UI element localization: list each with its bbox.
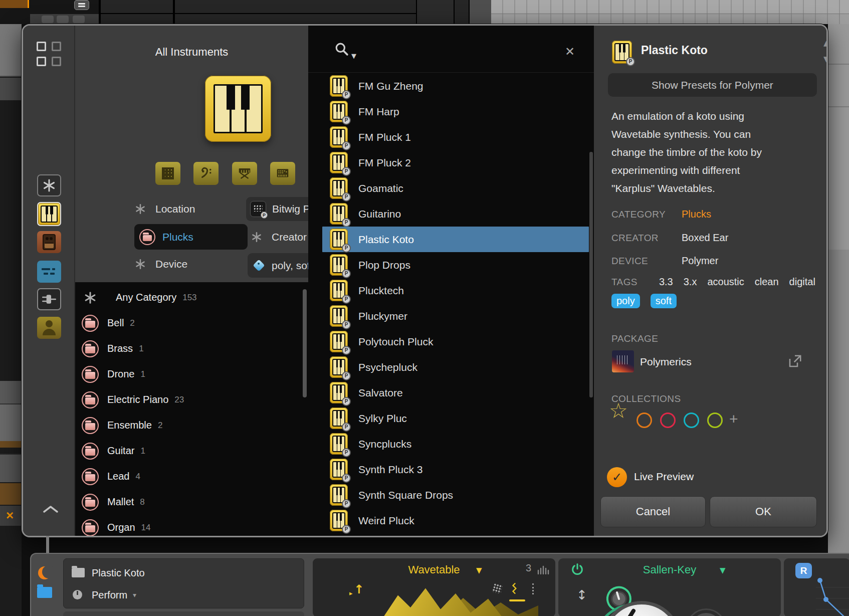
meta-device-value[interactable]: Polymer: [682, 255, 718, 267]
filter-location[interactable]: Location: [134, 197, 195, 221]
rail-tab-instruments[interactable]: [37, 202, 61, 226]
grid-view-icon[interactable]: [37, 42, 65, 69]
show-presets-button[interactable]: Show Presets for Polymer: [608, 73, 817, 97]
preset-row[interactable]: P Salvatore: [322, 380, 589, 405]
add-collection-icon[interactable]: +: [729, 410, 738, 428]
preset-row[interactable]: P Polytouch Pluck: [322, 329, 589, 354]
envelope-curve[interactable]: [816, 577, 849, 616]
tag[interactable]: digital: [789, 276, 815, 288]
meta-category-value[interactable]: Plucks: [682, 209, 711, 220]
category-any[interactable]: Any Category 153: [75, 285, 308, 310]
type-filter-bass[interactable]: [193, 162, 219, 185]
meta-creator-value[interactable]: Boxed Ear: [682, 232, 728, 244]
category-count: 8: [140, 497, 144, 507]
asterisk-icon: [84, 291, 97, 304]
preset-row[interactable]: P Plop Drops: [322, 252, 589, 278]
close-track-icon[interactable]: ×: [0, 506, 22, 526]
rail-tab-clips[interactable]: [37, 261, 61, 283]
device-preset-name[interactable]: Plastic Koto: [92, 567, 145, 579]
clear-search-icon[interactable]: ✕: [565, 46, 575, 58]
preset-row[interactable]: P Pluckymer: [322, 303, 589, 329]
rail-tab-effects[interactable]: [37, 231, 61, 253]
preset-row[interactable]: P Synth Pluck 3: [322, 457, 589, 482]
filter-device[interactable]: Device: [134, 252, 187, 276]
preset-row[interactable]: P Guitarino: [322, 201, 589, 227]
type-filter-synth[interactable]: [270, 162, 295, 185]
next-preset-arrow-icon[interactable]: ▼: [823, 56, 828, 63]
collection-circle-green[interactable]: [707, 413, 723, 428]
rail-tab-everything[interactable]: [37, 174, 61, 196]
preset-row[interactable]: P Sylky Pluc: [322, 405, 589, 431]
package-name[interactable]: Polymerics: [640, 356, 692, 368]
updown-arrow-icon[interactable]: ↕: [576, 587, 587, 602]
search-bar[interactable]: ▼ ✕: [308, 26, 594, 73]
preset-row[interactable]: P Syncplucks: [322, 431, 589, 457]
package-thumbnail[interactable]: [612, 350, 634, 372]
category-row[interactable]: Brass 1: [75, 336, 308, 361]
collapse-chevron[interactable]: [42, 505, 59, 516]
filter-caret-icon[interactable]: ▼: [720, 566, 726, 575]
resonance-knob[interactable]: [688, 610, 725, 616]
mode-caret-icon[interactable]: ▾: [133, 591, 136, 599]
category-scrollbar[interactable]: [303, 289, 307, 397]
collection-star-icon[interactable]: ☆: [609, 400, 628, 422]
previous-preset-arrow-icon[interactable]: ▲: [823, 40, 828, 47]
track-button-3[interactable]: [73, 16, 85, 23]
collection-circle-red[interactable]: [660, 413, 676, 428]
tag[interactable]: soft: [651, 294, 677, 308]
moon-icon[interactable]: [38, 566, 52, 580]
tag[interactable]: 3.x: [684, 276, 697, 288]
wavetable-visual[interactable]: [380, 586, 506, 616]
category-row[interactable]: Ensemble 2: [75, 413, 308, 438]
filter-category-chip[interactable]: Plucks: [134, 224, 248, 250]
preset-row[interactable]: P Weird Pluck: [322, 508, 589, 533]
category-row[interactable]: Lead 4: [75, 464, 308, 489]
preset-row[interactable]: P FM Pluck 1: [322, 124, 589, 150]
unison-dots-icon[interactable]: [492, 583, 503, 594]
filter-type-title[interactable]: Sallen-Key: [558, 563, 781, 576]
type-filter-drum-machine[interactable]: [155, 162, 180, 185]
tag[interactable]: acoustic: [707, 276, 744, 288]
track-button-1[interactable]: [42, 16, 54, 23]
wavetable-caret-icon[interactable]: ▼: [476, 566, 482, 575]
tag[interactable]: clean: [755, 276, 779, 288]
preset-scrollbar[interactable]: [589, 152, 593, 397]
voices-count[interactable]: 3: [526, 562, 531, 574]
category-row[interactable]: Electric Piano 23: [75, 387, 308, 413]
category-row[interactable]: Drone 1: [75, 361, 308, 387]
preset-piano-icon: P: [330, 203, 348, 225]
category-row[interactable]: Organ 14: [75, 515, 308, 536]
collection-circle-orange[interactable]: [636, 413, 652, 428]
wavetable-title[interactable]: Wavetable: [313, 563, 555, 576]
cancel-button[interactable]: Cancel: [600, 496, 706, 527]
tag[interactable]: 3.3: [659, 276, 673, 288]
type-filter-keyboard[interactable]: [232, 162, 257, 185]
dashed-line-icon[interactable]: [532, 583, 534, 594]
category-row[interactable]: Bell 2: [75, 310, 308, 336]
rail-tab-presets-user[interactable]: [37, 317, 61, 339]
filter-creator[interactable]: Creator: [251, 224, 307, 250]
hamburger-menu-button[interactable]: [74, 0, 89, 10]
category-row[interactable]: Guitar 1: [75, 438, 308, 464]
live-preview-checkbox[interactable]: ✓: [607, 467, 627, 487]
preset-row[interactable]: P FM Harp: [322, 99, 589, 124]
category-row[interactable]: Mallet 8: [75, 489, 308, 515]
rail-tab-plugins[interactable]: [37, 288, 61, 310]
squiggle-icon[interactable]: [511, 582, 518, 594]
search-options-caret-icon[interactable]: ▼: [351, 52, 356, 60]
preset-row[interactable]: P FM Pluck 2: [322, 150, 589, 175]
preset-row[interactable]: P FM Gu Zheng: [322, 73, 589, 99]
blue-folder-icon[interactable]: [37, 587, 52, 598]
external-link-icon[interactable]: [787, 354, 802, 371]
preset-row[interactable]: P Plastic Koto: [322, 227, 589, 252]
tag[interactable]: poly: [611, 294, 640, 308]
remote-badge[interactable]: R: [795, 563, 812, 578]
track-button-2[interactable]: [57, 16, 69, 23]
preset-row[interactable]: P Plucktech: [322, 278, 589, 303]
preset-row[interactable]: P Synth Square Drops: [322, 482, 589, 508]
preset-row[interactable]: P Goamatic: [322, 175, 589, 201]
ok-button[interactable]: OK: [710, 496, 817, 527]
collection-circle-teal[interactable]: [684, 413, 699, 428]
device-mode-selector[interactable]: Perform: [92, 589, 127, 601]
preset-row[interactable]: P Psychepluck: [322, 354, 589, 380]
